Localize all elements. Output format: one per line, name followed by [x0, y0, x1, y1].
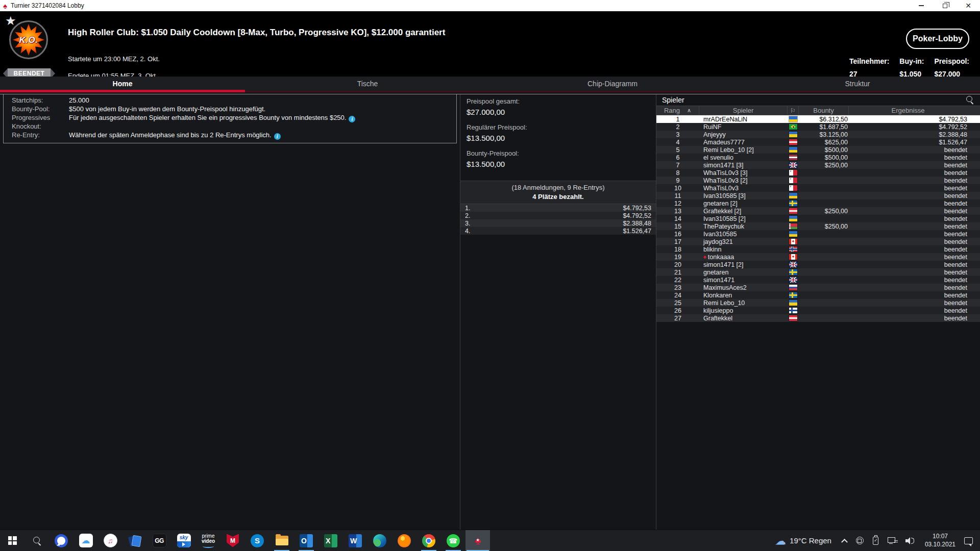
- table-row[interactable]: 17 ♠ jaydog321 beendet: [656, 238, 980, 245]
- clock-widget[interactable]: 10:07 03.10.2021: [919, 533, 961, 548]
- country-flag-icon: [789, 116, 797, 122]
- taskbar-word[interactable]: W: [343, 530, 368, 551]
- network-tray-button[interactable]: [883, 530, 901, 551]
- player-name-cell: ♠ simon1471 [2]: [699, 261, 788, 268]
- rank-cell: 18: [656, 246, 699, 253]
- search-icon[interactable]: [965, 95, 974, 105]
- taskbar-signal[interactable]: [49, 530, 74, 551]
- table-row[interactable]: 2 ♠ RuiNF $1.687,50 $4.792,52: [656, 123, 980, 131]
- taskbar-search-button[interactable]: [24, 530, 49, 551]
- close-button[interactable]: ✕: [957, 0, 980, 11]
- rank-cell: 27: [656, 315, 699, 322]
- table-row[interactable]: 18 ♠ blikinn beendet: [656, 245, 980, 253]
- table-row[interactable]: 26 ♠ kiljusieppo beendet: [656, 307, 980, 314]
- table-row[interactable]: 21 ♠ gnetaren beendet: [656, 268, 980, 276]
- taskbar-card-game[interactable]: [122, 530, 147, 551]
- volume-tray-button[interactable]: [901, 530, 919, 551]
- table-row[interactable]: 3 ♠ Anjeyyy $3.125,00 $2.388,48: [656, 131, 980, 138]
- tab[interactable]: Struktur: [735, 77, 980, 91]
- country-flag-icon: [789, 185, 797, 191]
- table-row[interactable]: 16 ♠ Ivan310585 beendet: [656, 230, 980, 238]
- player-name-cell: ♠ RuiNF: [699, 123, 788, 131]
- table-row[interactable]: 15 ♠ ThePateychuk $250,00 beendet: [656, 222, 980, 230]
- country-flag-icon: [789, 292, 797, 298]
- taskbar-itunes[interactable]: ♫: [98, 530, 122, 551]
- bounty-cell: $250,00: [799, 223, 849, 230]
- tray-app-button[interactable]: [851, 530, 868, 551]
- taskbar-ggpoker[interactable]: GG: [147, 530, 172, 551]
- table-row[interactable]: 7 ♠ simon1471 [3] $250,00 beendet: [656, 161, 980, 169]
- taskbar-prime-video[interactable]: prime video: [196, 530, 220, 551]
- table-row[interactable]: 5 ♠ Remi Lebo_10 [2] $500,00 beendet: [656, 146, 980, 154]
- taskbar-firefox[interactable]: [392, 530, 416, 551]
- taskbar-excel[interactable]: X: [318, 530, 343, 551]
- taskbar-sky[interactable]: sky: [172, 530, 196, 551]
- table-row[interactable]: 4 ♠ Amadeus7777 $625,00 $1.526,47: [656, 138, 980, 146]
- table-row[interactable]: 19 ♠ tonkaaaa beendet: [656, 253, 980, 261]
- table-row[interactable]: 23 ♠ MaximusAces2 beendet: [656, 284, 980, 291]
- info-icon[interactable]: i: [349, 116, 355, 122]
- table-row[interactable]: 25 ♠ Remi Lebo_10 beendet: [656, 299, 980, 307]
- tab[interactable]: Chip-Diagramm: [490, 77, 735, 91]
- player-name-cell: ♠ WhaTisL0v3 [3]: [699, 169, 788, 177]
- usb-tray-button[interactable]: [868, 530, 883, 551]
- flag-cell: [788, 239, 799, 244]
- taskbar-file-explorer[interactable]: [270, 530, 294, 551]
- taskbar-icloud[interactable]: ☁: [74, 530, 98, 551]
- taskbar-mcafee[interactable]: M: [220, 530, 245, 551]
- table-row[interactable]: 27 ♠ Graftekkel beendet: [656, 314, 980, 322]
- tab-bar: Home Tische Chip-Diagramm Struktur: [0, 77, 980, 92]
- payout-row[interactable]: 2. $4.792,52: [460, 212, 656, 219]
- table-row[interactable]: 24 ♠ Klonkaren beendet: [656, 291, 980, 299]
- table-row[interactable]: 9 ♠ WhaTisL0v3 [2] beendet: [656, 177, 980, 184]
- taskbar-whatsapp[interactable]: ☎: [441, 530, 465, 551]
- flag-cell: [788, 277, 799, 283]
- country-flag-icon: [789, 315, 797, 321]
- payout-list: 1. $4.792,53 2. $4.792,52 3. $2.388,48: [460, 204, 656, 235]
- tab[interactable]: Tische: [245, 77, 490, 91]
- column-header-results[interactable]: Ergebnisse: [849, 106, 980, 115]
- rank-cell: 26: [656, 307, 699, 314]
- payout-row[interactable]: 3. $2.388,48: [460, 219, 656, 227]
- payout-row[interactable]: 1. $4.792,53: [460, 204, 656, 212]
- table-row[interactable]: 22 ♠ simon1471 beendet: [656, 276, 980, 284]
- table-row[interactable]: 20 ♠ simon1471 [2] beendet: [656, 261, 980, 268]
- payout-row[interactable]: 4. $1.526,47: [460, 227, 656, 235]
- taskbar-skype[interactable]: S: [245, 530, 270, 551]
- country-flag-icon: [789, 155, 797, 160]
- table-row[interactable]: 12 ♠ gnetaren [2] beendet: [656, 199, 980, 207]
- table-row[interactable]: 13 ♠ Graftekkel [2] $250,00 beendet: [656, 207, 980, 215]
- restore-button[interactable]: [933, 0, 957, 11]
- table-row[interactable]: 14 ♠ Ivan310585 [2] beendet: [656, 215, 980, 222]
- info-icon[interactable]: i: [274, 133, 281, 140]
- table-row[interactable]: 10 ♠ WhaTisL0v3 beendet: [656, 184, 980, 192]
- column-header-flag[interactable]: ⚐: [788, 106, 799, 115]
- player-name-cell: ♠ ThePateychuk: [699, 223, 788, 230]
- taskbar-outlook[interactable]: O: [294, 530, 318, 551]
- table-row[interactable]: 6 ♠ el svenulio $500,00 beendet: [656, 154, 980, 161]
- weather-widget[interactable]: ☁ 19°C Regen: [770, 535, 838, 547]
- screen: ♠ Turnier 3271402084 Lobby ✕ ★ K.O. BEEN…: [0, 0, 980, 551]
- taskbar-chrome[interactable]: [416, 530, 441, 551]
- show-hidden-icons-button[interactable]: [838, 530, 851, 551]
- table-row[interactable]: 1 ♠ mrADrEeNaLiN $6.312,50 $4.792,53: [656, 115, 980, 123]
- column-header-player[interactable]: Spieler: [699, 106, 788, 115]
- taskbar-pokerstars[interactable]: ♠★: [465, 530, 490, 551]
- column-header-rank[interactable]: Rang ∧: [656, 106, 699, 115]
- country-flag-icon: [789, 124, 797, 130]
- tab[interactable]: Home: [0, 77, 245, 91]
- flag-column-icon: ⚐: [790, 107, 796, 114]
- table-row[interactable]: 11 ♠ Ivan310585 [3] beendet: [656, 192, 980, 199]
- action-center-button[interactable]: [964, 537, 973, 544]
- table-row[interactable]: 8 ♠ WhaTisL0v3 [3] beendet: [656, 169, 980, 177]
- pokerstars-spade-icon: ♠: [3, 2, 7, 10]
- ko-logo: K.O.: [9, 20, 48, 59]
- taskbar-edge[interactable]: [368, 530, 392, 551]
- rank-cell: 19: [656, 254, 699, 261]
- column-header-bounty[interactable]: Bounty: [799, 106, 849, 115]
- minimize-button[interactable]: [910, 0, 933, 11]
- poker-lobby-button[interactable]: Poker-Lobby: [906, 29, 969, 49]
- flag-cell: [788, 315, 799, 321]
- result-cell: beendet: [849, 223, 980, 230]
- start-button[interactable]: [0, 530, 24, 551]
